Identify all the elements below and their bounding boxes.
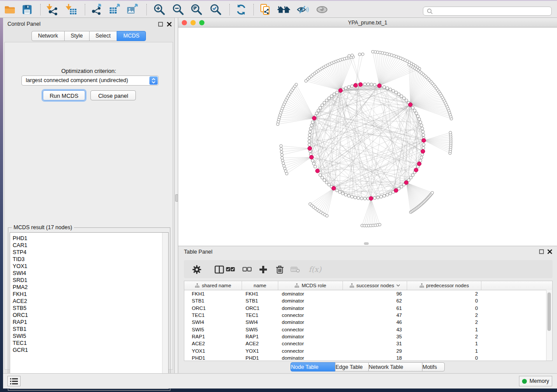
network-node[interactable] (333, 93, 336, 96)
network-node[interactable] (420, 124, 423, 127)
mcds-node[interactable] (315, 169, 319, 173)
network-node[interactable] (419, 121, 422, 124)
network-node[interactable] (312, 162, 315, 165)
table-row[interactable]: FKH1FKH1dominator962 (184, 290, 552, 297)
network-node[interactable] (373, 196, 376, 199)
network-node[interactable] (315, 112, 318, 115)
network-leaf-node[interactable] (281, 159, 284, 162)
mcds-node[interactable] (414, 168, 418, 172)
column-header-successor-nodes[interactable]: successor nodes (343, 281, 407, 290)
network-node[interactable] (350, 85, 353, 88)
mcds-result-item[interactable]: TID3 (10, 256, 162, 263)
network-node[interactable] (347, 86, 350, 89)
mcds-node[interactable] (339, 89, 343, 93)
network-node[interactable] (377, 196, 380, 199)
network-node[interactable] (405, 99, 408, 102)
table-row[interactable]: RAP1RAP1dominator352 (184, 333, 552, 340)
network-node[interactable] (347, 194, 350, 197)
mcds-node[interactable] (312, 116, 316, 120)
network-node[interactable] (421, 127, 424, 130)
network-node[interactable] (321, 104, 324, 107)
network-leaf-node[interactable] (284, 167, 286, 170)
network-leaf-node[interactable] (277, 123, 279, 125)
network-leaf-node[interactable] (282, 162, 284, 165)
network-node[interactable] (363, 83, 367, 86)
network-node[interactable] (363, 197, 367, 200)
mcds-node[interactable] (422, 138, 426, 142)
mcds-node[interactable] (394, 189, 398, 193)
network-node[interactable] (422, 130, 425, 133)
mcds-node[interactable] (332, 186, 336, 190)
mcds-node[interactable] (359, 83, 363, 86)
save-session-button[interactable] (20, 2, 35, 17)
network-node[interactable] (319, 174, 322, 177)
tab-node-table[interactable]: Node Table (291, 362, 336, 371)
new-network-from-selection-button[interactable] (258, 2, 273, 17)
network-node[interactable] (394, 91, 398, 94)
network-node[interactable] (367, 83, 370, 86)
mcds-result-item[interactable]: CAR1 (10, 242, 162, 249)
delete-table-button[interactable] (290, 264, 301, 275)
horizontal-scroll-thumb[interactable] (364, 242, 369, 245)
network-leaf-node[interactable] (285, 172, 288, 175)
network-node[interactable] (386, 193, 389, 196)
mcds-result-item[interactable]: STP4 (10, 249, 162, 256)
optimization-criterion-select[interactable]: largest connected component (undirected) (21, 76, 159, 86)
deselect-all-button[interactable] (241, 264, 253, 275)
mcds-result-item[interactable]: SRD1 (10, 277, 162, 284)
mcds-node[interactable] (421, 149, 425, 153)
network-node[interactable] (308, 137, 311, 140)
run-mcds-button[interactable]: Run MCDS (43, 90, 85, 100)
mcds-result-item[interactable]: FKH1 (10, 291, 162, 298)
mcds-list-scrollbar[interactable] (162, 233, 168, 389)
network-node[interactable] (370, 83, 373, 86)
mcds-result-item[interactable]: TEC1 (10, 340, 162, 347)
network-leaf-node[interactable] (280, 151, 283, 153)
mcds-result-item[interactable]: GCR1 (10, 347, 162, 354)
import-table-button[interactable] (64, 2, 79, 17)
network-node[interactable] (383, 86, 386, 89)
tab-mcds[interactable]: MCDS (117, 31, 146, 41)
table-row[interactable]: ACE2ACE2connector311 (184, 340, 552, 347)
network-node[interactable] (389, 192, 392, 195)
mcds-result-item[interactable]: STB5 (10, 305, 162, 312)
network-node[interactable] (311, 159, 314, 162)
network-node[interactable] (344, 87, 347, 90)
mcds-node[interactable] (377, 84, 381, 88)
zoom-fit-button[interactable] (189, 2, 204, 17)
network-node[interactable] (350, 195, 353, 198)
float-panel-icon[interactable] (157, 21, 163, 27)
mcds-node[interactable] (309, 155, 313, 159)
network-node[interactable] (398, 93, 401, 96)
mcds-node[interactable] (369, 196, 373, 200)
column-header-shared-name[interactable]: shared name (184, 281, 242, 290)
network-node[interactable] (328, 183, 331, 186)
task-history-button[interactable] (7, 376, 21, 386)
mcds-result-item[interactable]: ORC1 (10, 312, 162, 319)
network-node[interactable] (412, 174, 415, 177)
network-node[interactable] (392, 89, 395, 93)
network-node[interactable] (413, 109, 416, 112)
float-table-panel-icon[interactable] (538, 248, 544, 254)
close-panel-icon[interactable] (166, 21, 172, 27)
network-node[interactable] (338, 190, 341, 193)
mcds-result-item[interactable]: PMA2 (10, 284, 162, 291)
network-leaf-node[interactable] (348, 55, 350, 57)
network-leaf-node[interactable] (304, 79, 307, 82)
zoom-in-button[interactable] (152, 2, 167, 17)
tab-edge-table[interactable]: Edge Table (335, 362, 369, 371)
mcds-node[interactable] (417, 162, 421, 166)
open-file-button[interactable] (3, 2, 17, 17)
network-node[interactable] (330, 95, 333, 98)
mcds-result-item[interactable]: SWI4 (10, 270, 162, 277)
tab-network[interactable]: Network (31, 31, 65, 41)
mcds-result-item[interactable]: SWI5 (10, 333, 162, 340)
tab-motifs[interactable]: Motifs (422, 362, 445, 371)
mcds-node[interactable] (404, 181, 408, 185)
table-row[interactable]: TEC1TEC1connector472 (184, 312, 552, 319)
network-leaf-node[interactable] (351, 54, 353, 57)
network-leaf-node[interactable] (408, 63, 410, 66)
tab-style[interactable]: Style (64, 31, 90, 41)
export-network-button[interactable] (90, 2, 104, 17)
hide-selected-button[interactable] (295, 2, 310, 17)
